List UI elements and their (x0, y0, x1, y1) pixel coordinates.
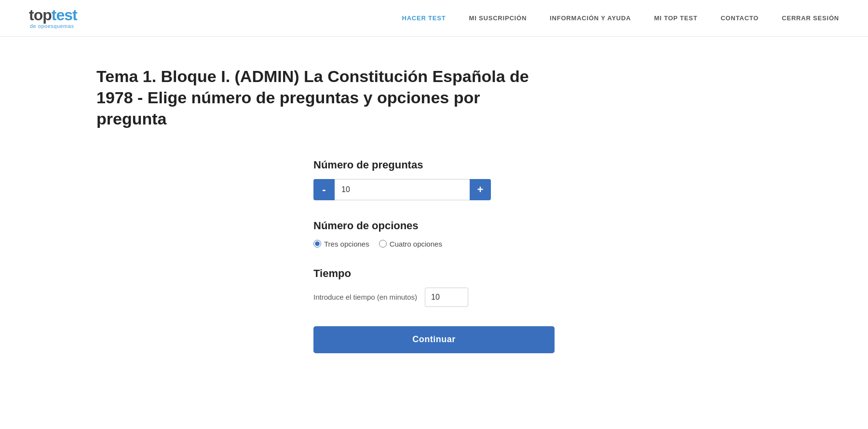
tiempo-label: Tiempo (313, 267, 555, 280)
radio-tres-label[interactable]: Tres opciones (313, 240, 369, 248)
logo: top test de opoesquemas (29, 7, 77, 29)
time-row: Introduce el tiempo (en minutos) (313, 288, 555, 307)
site-header: top test de opoesquemas HACER TEST MI SU… (0, 0, 868, 37)
nav-mi-suscripcion[interactable]: MI SUSCRIPCIÓN (469, 14, 527, 22)
num-opciones-label: Número de opciones (313, 220, 555, 232)
num-preguntas-input[interactable] (335, 179, 470, 200)
main-content: Tema 1. Bloque I. (ADMIN) La Constitució… (0, 37, 868, 382)
tiempo-section: Tiempo Introduce el tiempo (en minutos) (313, 267, 555, 307)
logo-top: top (29, 7, 52, 23)
radio-tres-text: Tres opciones (324, 240, 369, 248)
tiempo-input[interactable] (425, 288, 468, 307)
continuar-button[interactable]: Continuar (313, 326, 555, 353)
stepper-row: - + (313, 179, 555, 200)
form-container: Número de preguntas - + Número de opcion… (313, 159, 555, 353)
logo-subtitle: de opoesquemas (29, 24, 74, 29)
nav-informacion-ayuda[interactable]: INFORMACIÓN Y AYUDA (550, 14, 631, 22)
time-input-label: Introduce el tiempo (en minutos) (313, 293, 417, 301)
increment-button[interactable]: + (470, 179, 491, 200)
radio-group: Tres opciones Cuatro opciones (313, 240, 555, 248)
num-preguntas-section: Número de preguntas - + (313, 159, 555, 200)
page-title: Tema 1. Bloque I. (ADMIN) La Constitució… (96, 66, 530, 130)
radio-cuatro[interactable] (379, 240, 387, 248)
nav-hacer-test[interactable]: HACER TEST (402, 14, 446, 22)
nav-mi-top-test[interactable]: MI TOP TEST (654, 14, 697, 22)
nav-cerrar-sesion[interactable]: CERRAR SESIÓN (782, 14, 839, 22)
num-preguntas-label: Número de preguntas (313, 159, 555, 171)
radio-cuatro-label[interactable]: Cuatro opciones (379, 240, 442, 248)
main-nav: HACER TEST MI SUSCRIPCIÓN INFORMACIÓN Y … (402, 14, 839, 22)
num-opciones-section: Número de opciones Tres opciones Cuatro … (313, 220, 555, 248)
radio-cuatro-text: Cuatro opciones (390, 240, 442, 248)
radio-tres[interactable] (313, 240, 321, 248)
logo-test: test (52, 7, 77, 23)
nav-contacto[interactable]: CONTACTO (720, 14, 759, 22)
decrement-button[interactable]: - (313, 179, 335, 200)
